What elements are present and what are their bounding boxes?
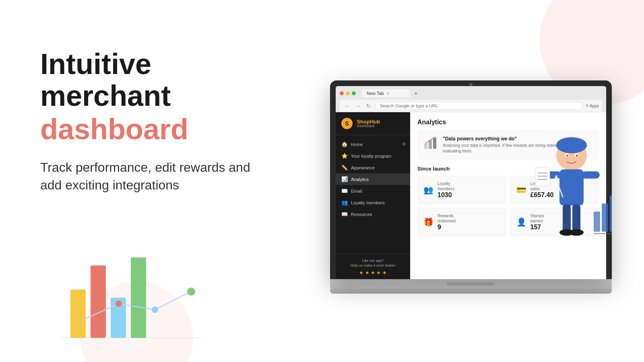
rating-stars[interactable]: ★ ★ ★ ★ ★: [341, 270, 405, 276]
stat-info-loyalty-members: Loyaltymembers 1030: [438, 181, 454, 199]
character-svg: [531, 131, 612, 268]
stat-label-loyalty-members: Loyaltymembers: [438, 181, 454, 191]
resources-icon: 📖: [341, 211, 348, 217]
home-icon: 🏠: [341, 141, 348, 147]
stat-icon-loyalty-sales: 💳: [516, 185, 526, 195]
traffic-green[interactable]: [352, 91, 356, 95]
stat-info-rewards-redeemed: Rewardsredeemed 9: [438, 213, 456, 231]
section-title: Analytics: [417, 119, 599, 126]
browser-tab[interactable]: New Tab ✕: [362, 89, 410, 97]
hero-title-line2: dashboard: [40, 113, 274, 145]
email-label: Email: [351, 189, 362, 193]
laptop-mockup: New Tab ✕ + ← → ↻ Search Google or type …: [330, 80, 612, 294]
stat-card-loyalty-members: 👥 Loyaltymembers 1030: [417, 176, 506, 204]
hero-title-line1: Intuitive merchant: [40, 48, 274, 112]
email-icon: ✉️: [341, 188, 348, 194]
nav-back-btn[interactable]: ←: [343, 102, 351, 110]
footer-text-line1: Like our app?: [341, 258, 405, 263]
sidebar: S ShopHub Dashboard 🏠 Home ⚙: [336, 112, 410, 279]
svg-point-6: [556, 137, 587, 153]
bar-1: [70, 290, 86, 338]
traffic-lights: New Tab ✕ +: [340, 89, 602, 97]
sidebar-item-loyalty-program[interactable]: ⭐ Your loyalty program: [336, 150, 410, 162]
sidebar-item-analytics[interactable]: 📊 Analytics: [336, 173, 410, 185]
analytics-label: Analytics: [351, 177, 369, 182]
svg-rect-1: [424, 143, 427, 149]
bar-4: [131, 257, 146, 338]
appearance-label: Appearance: [351, 165, 375, 170]
left-panel: Intuitive merchant dashboard Track perfo…: [0, 0, 306, 362]
apps-button[interactable]: ⠿ Apps: [586, 104, 599, 108]
sidebar-footer: Like our app? Help us make it even bette…: [336, 254, 410, 279]
stat-value-loyalty-members: 1030: [438, 191, 454, 199]
dot-4: [187, 288, 195, 296]
tab-label: New Tab: [367, 91, 384, 96]
svg-rect-24: [610, 195, 612, 232]
stat-value-rewards-redeemed: 9: [438, 224, 456, 231]
right-panel: New Tab ✕ + ← → ↻ Search Google or type …: [298, 0, 644, 362]
svg-point-4: [434, 137, 436, 138]
laptop-camera: [469, 83, 473, 86]
browser-nav-bar: ← → ↻ Search Google or type a URL ⠿ Apps: [340, 100, 602, 112]
traffic-red[interactable]: [340, 91, 344, 95]
laptop-base: [330, 279, 612, 289]
stat-icon-stamps-earned: 👤: [516, 217, 526, 227]
logo-text: ShopHub Dashboard: [357, 119, 380, 128]
laptop-foot: [330, 289, 612, 294]
home-label: Home: [351, 142, 363, 147]
sidebar-item-resources[interactable]: 📖 Resources: [336, 208, 410, 220]
dot-2: [116, 300, 122, 307]
loyalty-members-icon: 👥: [341, 200, 348, 206]
sidebar-item-home[interactable]: 🏠 Home ⚙: [336, 138, 410, 150]
appearance-icon: ✏️: [341, 165, 348, 171]
character-illustration: [531, 131, 612, 269]
loyalty-members-label: Loyalty members: [351, 200, 385, 205]
address-bar[interactable]: Search Google or type a URL: [375, 102, 583, 110]
sidebar-item-email[interactable]: ✉️ Email: [336, 185, 410, 197]
chart-svg: [32, 241, 217, 346]
loyalty-program-label: Your loyalty program: [351, 154, 391, 158]
browser-tab-bar: New Tab ✕ +: [362, 89, 420, 97]
stat-icon-loyalty-members: 👥: [423, 185, 433, 195]
stat-label-rewards-redeemed: Rewardsredeemed: [438, 213, 456, 224]
svg-point-21: [569, 229, 584, 236]
stat-card-rewards-redeemed: 🎁 Rewardsredeemed 9: [417, 208, 506, 236]
logo-dashboard: Dashboard: [357, 124, 380, 128]
nav-refresh-btn[interactable]: ↻: [365, 102, 372, 110]
hero-subtitle: Track performance, edit rewards and add …: [40, 158, 266, 195]
svg-rect-18: [563, 204, 571, 232]
bar-2: [91, 265, 106, 338]
nav-forward-btn[interactable]: →: [354, 102, 362, 110]
logo-icon: S: [341, 118, 353, 129]
sidebar-item-appearance[interactable]: ✏️ Appearance: [336, 162, 410, 173]
tab-close-btn[interactable]: ✕: [386, 91, 390, 96]
svg-rect-23: [602, 204, 608, 232]
sidebar-logo: S ShopHub Dashboard: [336, 118, 410, 135]
chart-illustration: [32, 241, 217, 346]
laptop-notch: [447, 282, 495, 286]
sidebar-item-loyalty-members[interactable]: 👥 Loyalty members: [336, 197, 410, 208]
stat-icon-rewards-redeemed: 🎁: [423, 217, 433, 227]
svg-rect-19: [572, 204, 580, 232]
analytics-icon: 📊: [341, 176, 348, 182]
dot-3: [152, 306, 158, 313]
footer-text-line2: Help us make it even better!: [341, 263, 405, 268]
svg-rect-11: [559, 169, 584, 206]
svg-point-10: [576, 155, 578, 156]
svg-rect-3: [433, 138, 436, 149]
svg-rect-2: [429, 140, 432, 149]
resources-label: Resources: [351, 212, 372, 217]
svg-rect-22: [594, 212, 600, 232]
settings-icon[interactable]: ⚙: [402, 142, 406, 147]
svg-point-9: [566, 155, 568, 156]
traffic-yellow[interactable]: [346, 91, 350, 95]
new-tab-btn[interactable]: +: [412, 89, 420, 97]
banner-chart-icon: [423, 136, 438, 150]
loyalty-program-icon: ⭐: [341, 153, 348, 159]
dot-1: [75, 319, 82, 325]
svg-rect-13: [582, 171, 600, 179]
browser-chrome: New Tab ✕ + ← → ↻ Search Google or type …: [336, 86, 606, 112]
